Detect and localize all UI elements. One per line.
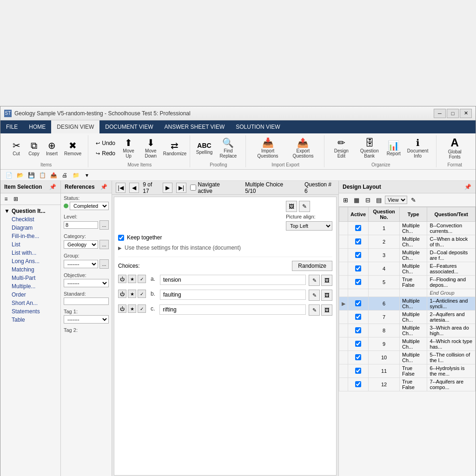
references-pin[interactable]: 📌 (99, 183, 108, 191)
design-layout-pin[interactable]: 📌 (463, 183, 472, 191)
item-fill-in[interactable]: Fill-in-the... (2, 232, 59, 240)
category-browse[interactable]: ... (99, 240, 109, 249)
remove-button[interactable]: ✖ Remove (61, 139, 84, 158)
item-list[interactable]: List (2, 240, 59, 249)
tag1-select[interactable]: ------- (64, 315, 109, 324)
maximize-button[interactable]: □ (447, 109, 459, 118)
choice-input-c[interactable] (159, 304, 306, 315)
active-checkbox-1[interactable] (355, 238, 361, 245)
active-checkbox-3[interactable] (355, 265, 361, 271)
dl-table-btn4[interactable]: ▤ (374, 195, 384, 205)
picture-align-select[interactable]: Top Left (286, 221, 332, 231)
item-table[interactable]: Table (2, 316, 59, 324)
active-checkbox-2[interactable] (355, 252, 361, 258)
row-active-11[interactable] (348, 364, 369, 378)
choice-power-a[interactable]: ⏻ (118, 275, 126, 283)
grid-view-button[interactable]: ⊞ (12, 195, 20, 203)
active-checkbox-10[interactable] (355, 354, 361, 360)
spelling-button[interactable]: ABC Spelling (195, 140, 213, 157)
active-checkbox-0[interactable] (355, 225, 361, 231)
choice-image-a[interactable]: 🖼 (321, 275, 332, 286)
active-checkbox-9[interactable] (355, 341, 361, 347)
open-button[interactable]: 📂 (15, 171, 25, 180)
row-active-2[interactable] (348, 249, 369, 262)
save-button[interactable]: 💾 (26, 171, 36, 180)
item-order[interactable]: Order (2, 291, 59, 299)
insert-button[interactable]: ⊕ Insert (43, 139, 60, 158)
copy-button[interactable]: ⧉ Copy (26, 139, 42, 158)
choice-star-a[interactable]: ★ (128, 275, 136, 283)
row-active-8[interactable] (348, 324, 369, 337)
menu-document-view[interactable]: DOCUMENT VIEW (99, 120, 159, 133)
design-edit-button[interactable]: ✏ Design Edit (329, 136, 354, 160)
row-active-7[interactable] (348, 311, 369, 324)
choice-edit-a[interactable]: ✎ (309, 275, 320, 286)
prev-button[interactable]: ◀ (129, 183, 139, 193)
item-long-answer[interactable]: Long Ans... (2, 257, 59, 265)
choice-edit-c[interactable]: ✎ (309, 304, 320, 316)
question-items-category[interactable]: ▼ Question It... (2, 207, 59, 215)
choice-image-b[interactable]: 🖼 (321, 290, 332, 301)
keep-together-checkbox[interactable] (118, 235, 124, 241)
group-browse[interactable]: ... (99, 259, 109, 269)
row-active-9[interactable] (348, 337, 369, 351)
choice-star-c[interactable]: ★ (128, 304, 136, 313)
item-matching[interactable]: Matching (2, 265, 59, 274)
export-questions-button[interactable]: 📤 Export Questions (286, 136, 320, 160)
active-checkbox-8[interactable] (355, 327, 361, 333)
active-checkbox-6[interactable] (355, 300, 361, 306)
choice-input-a[interactable] (160, 275, 306, 285)
menu-home[interactable]: HOME (23, 120, 51, 133)
redo-button[interactable]: ↪ Redo (93, 149, 118, 158)
move-up-button[interactable]: ⬆ Move Up (119, 136, 138, 160)
randomize-choices-button[interactable]: Randomize (292, 261, 332, 271)
menu-answer-sheet-view[interactable]: ANSWER SHEET VIEW (159, 120, 230, 133)
level-input[interactable] (64, 221, 98, 229)
find-replace-button[interactable]: 🔍 Find Replace (215, 136, 242, 160)
active-checkbox-11[interactable] (355, 368, 361, 374)
next-button[interactable]: ▶ (163, 183, 172, 193)
choice-image-c[interactable]: 🖼 (321, 304, 332, 316)
editor-edit-button[interactable]: ✎ (299, 201, 310, 212)
export-button[interactable]: 📤 (49, 171, 58, 180)
item-checklist[interactable]: Checklist (2, 215, 59, 224)
randomize-button[interactable]: ⇄ Randomize (164, 139, 186, 158)
row-active-12[interactable] (348, 378, 369, 391)
row-active-0[interactable] (348, 222, 369, 235)
dl-table-btn1[interactable]: ⊞ (340, 195, 350, 205)
active-checkbox-7[interactable] (355, 314, 361, 320)
report-button[interactable]: 📊 Report (385, 139, 402, 158)
question-bank-button[interactable]: 🗄 Question Bank (355, 136, 384, 160)
import-questions-button[interactable]: 📥 Import Questions (251, 136, 285, 160)
use-settings-section[interactable]: ▶ Use these settings for this instance (… (118, 245, 332, 251)
save-as-button[interactable]: 📋 (38, 171, 47, 180)
close-button[interactable]: ✕ (460, 109, 472, 118)
references-scroll[interactable]: Status: Completed Level: ... (61, 193, 112, 476)
row-active-4[interactable] (348, 276, 369, 289)
navigate-active-checkbox[interactable]: Navigate active (190, 181, 234, 194)
print-button[interactable]: 🖨 (60, 171, 69, 180)
navigate-active-check[interactable] (190, 185, 196, 191)
minimize-button[interactable]: ─ (434, 109, 446, 118)
document-info-button[interactable]: ℹ Document Info (403, 136, 433, 160)
new-button[interactable]: 📄 (4, 171, 13, 180)
choice-power-b[interactable]: ⏻ (118, 290, 126, 298)
choice-check-c[interactable]: ✓ (138, 304, 146, 313)
menu-design-view[interactable]: DESIGN VIEW (51, 120, 99, 133)
editor-image-button[interactable]: 🖼 (286, 201, 297, 212)
active-checkbox-4[interactable] (355, 279, 361, 285)
choice-input-b[interactable] (160, 290, 306, 300)
choice-edit-b[interactable]: ✎ (309, 290, 320, 301)
row-active-6[interactable] (348, 297, 369, 311)
status-select[interactable]: Completed (70, 202, 109, 210)
dl-view-select[interactable]: View (385, 196, 407, 204)
move-down-button[interactable]: ⬇ Move Down (139, 136, 162, 160)
item-multiple-choice[interactable]: Multiple... (2, 282, 59, 291)
choice-star-b[interactable]: ★ (128, 290, 136, 298)
choice-check-a[interactable]: ✓ (138, 275, 146, 283)
item-multi-part[interactable]: Multi-Part (2, 274, 59, 282)
list-view-button[interactable]: ≡ (2, 195, 10, 203)
global-fonts-button[interactable]: A Global Fonts (441, 135, 468, 161)
first-button[interactable]: |◀ (116, 183, 126, 193)
standard-input[interactable] (64, 298, 109, 305)
